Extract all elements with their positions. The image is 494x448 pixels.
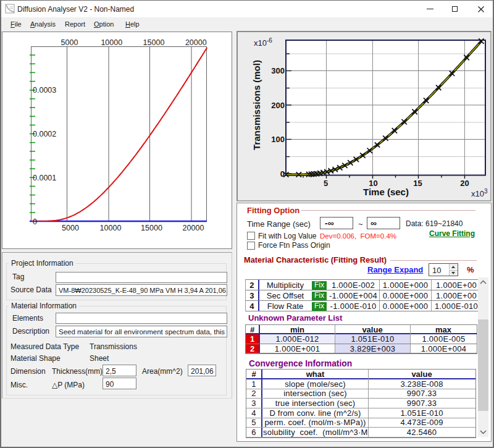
svg-text:0: 0 [280, 169, 285, 179]
svg-text:Time (sec): Time (sec) [363, 187, 409, 197]
svg-text:20000: 20000 [183, 224, 204, 232]
svg-text:5000: 5000 [61, 38, 78, 47]
svg-text:0.0002: 0.0002 [33, 130, 56, 138]
svg-text:300: 300 [271, 66, 285, 75]
svg-text:0.0003: 0.0003 [33, 86, 56, 95]
svg-text:20: 20 [460, 179, 469, 188]
svg-text:15000: 15000 [141, 224, 162, 232]
svg-text:0: 0 [33, 218, 37, 226]
svg-text:x10-6: x10-6 [254, 37, 272, 48]
svg-text:15: 15 [413, 179, 422, 188]
svg-text:15000: 15000 [143, 38, 165, 47]
svg-text:100: 100 [271, 135, 285, 144]
svg-text:10000: 10000 [100, 224, 122, 232]
svg-text:5000: 5000 [62, 224, 79, 232]
svg-text:20000: 20000 [185, 38, 207, 47]
svg-text:200: 200 [271, 101, 285, 110]
svg-text:x103: x103 [471, 188, 488, 198]
svg-text:0.0001: 0.0001 [33, 174, 56, 182]
svg-text:Transmissions (mol): Transmissions (mol) [251, 60, 262, 150]
svg-text:5: 5 [324, 179, 328, 188]
svg-text:10000: 10000 [101, 38, 122, 47]
